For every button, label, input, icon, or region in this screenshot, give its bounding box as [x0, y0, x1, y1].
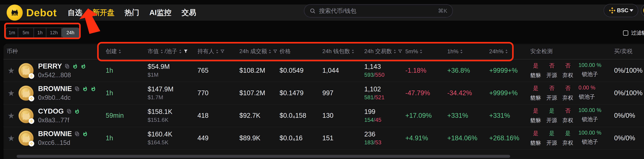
search-input[interactable]	[319, 7, 435, 14]
timeframe-24h[interactable]: 24h	[62, 28, 79, 38]
sort-icon[interactable]	[179, 49, 182, 54]
col-header-created[interactable]: 创建	[106, 48, 148, 55]
token-name[interactable]: CYDOG	[38, 107, 64, 115]
filter-funnel-icon[interactable]	[398, 49, 402, 54]
token-name[interactable]: BROWNIE	[38, 130, 72, 138]
brand[interactable]: Debot	[7, 4, 57, 20]
col-header-1h[interactable]: 1h%	[447, 48, 489, 55]
filter-funnel-icon[interactable]	[220, 49, 225, 54]
nav-item-ai-monitor[interactable]: AI监控	[150, 8, 172, 18]
copy-icon[interactable]	[74, 86, 80, 92]
search-icon	[310, 8, 316, 14]
sort-icon[interactable]	[505, 49, 508, 54]
opensource-flag: 是	[549, 130, 554, 137]
honeypot-filter-checkbox[interactable]	[623, 30, 628, 36]
wallets-cell: 151	[322, 134, 364, 142]
sort-icon[interactable]	[394, 49, 396, 54]
token-name[interactable]: BROWNIE	[38, 85, 72, 92]
mcap-pool-cell: $54.9M$1M	[148, 63, 198, 78]
app-root: Debot 自选 新开盘 热门 AI监控 交易 ⌘K BSC 1m 5m 1h	[0, 0, 644, 159]
honeypot-filter: 过滤貔貅	[623, 29, 644, 36]
brand-name: Debot	[26, 7, 57, 19]
buys-count: 154	[364, 117, 374, 123]
token-avatar[interactable]	[18, 63, 34, 78]
txns-cell: 1,143593/550	[364, 63, 405, 78]
favorite-star-icon[interactable]: ★	[7, 66, 16, 75]
pct-5m-cell: -47.79%	[405, 89, 447, 97]
wallet-icon	[643, 6, 644, 15]
locked-lp-pct: 100.00 %	[578, 62, 601, 68]
col-header-mcap-pool[interactable]: 市值 /池子	[148, 48, 198, 55]
filter-funnel-icon-active[interactable]	[183, 49, 188, 54]
price-cell: $0.0₄16	[280, 134, 322, 142]
token-avatar[interactable]	[18, 108, 34, 123]
token-address[interactable]: 0x542...808	[38, 72, 86, 79]
table-row[interactable]: ★ CYDOG 0x8a3...77f 59min $15	[4, 104, 644, 127]
col-header-txns[interactable]: 24h 交易数	[364, 48, 405, 55]
price-cell: $0.1479	[280, 89, 322, 97]
token-avatar[interactable]	[18, 86, 34, 101]
pct-5m-cell: +17.09%	[405, 112, 447, 119]
created-cell: 1h	[106, 89, 148, 97]
bsc-badge-icon	[29, 73, 34, 79]
favorite-star-icon[interactable]: ★	[7, 111, 16, 120]
nav-item-trade[interactable]: 交易	[182, 8, 196, 18]
price-cell: $0.0549	[280, 67, 322, 74]
security-cell: 是貔貅 否开源 否弃权 0.00 %锁池子	[530, 84, 614, 102]
holders-cell: 765	[198, 67, 239, 74]
holders-cell: 770	[198, 89, 239, 97]
col-header-holders[interactable]: 持有人	[198, 48, 239, 55]
col-header-wallets[interactable]: 24h 钱包数	[322, 48, 364, 55]
sort-icon[interactable]	[118, 49, 121, 54]
pct-5m-cell: -1.18%	[405, 67, 447, 74]
chevron-down-icon	[629, 9, 634, 12]
created-cell: 59min	[106, 112, 148, 119]
favorite-star-icon[interactable]: ★	[7, 134, 16, 143]
pct-1h-cell: +184.06%	[447, 134, 489, 142]
col-header-volume[interactable]: 24h 成交额	[239, 48, 280, 55]
copy-icon[interactable]	[64, 64, 70, 69]
copy-icon[interactable]	[74, 131, 80, 136]
table-row[interactable]: ★ BROWNIE 0xcc6...15d 1h $160	[4, 127, 644, 150]
timeframe-1m[interactable]: 1m	[6, 28, 18, 38]
sort-icon[interactable]	[160, 49, 163, 54]
nav-item-trending[interactable]: 热门	[124, 8, 139, 18]
col-header-coin[interactable]: 币种	[4, 48, 106, 55]
flame-icon	[74, 108, 80, 114]
sort-icon[interactable]	[420, 49, 422, 54]
token-address[interactable]: 0xcc6...15d	[38, 139, 88, 146]
token-avatar[interactable]	[18, 131, 34, 146]
favorite-star-icon[interactable]: ★	[7, 88, 16, 98]
nav-item-new-pairs[interactable]: 新开盘	[92, 8, 114, 18]
flame-icon	[72, 64, 78, 69]
nav-item-watchlist[interactable]: 自选	[68, 8, 82, 18]
token-address[interactable]: 0x9b0...4dc	[38, 94, 96, 101]
col-header-24h[interactable]: 24h%	[489, 48, 530, 55]
horizontal-scrollbar[interactable]	[16, 155, 510, 158]
tax-cell: 0%/0%	[614, 134, 644, 142]
buys-count: 183	[364, 139, 374, 146]
table-header-row: 币种 创建 市值 /池子 持有人 24h 成交额 价格 24h 钱包数 24h …	[4, 44, 644, 60]
buys-count: 593	[364, 72, 374, 78]
sort-icon[interactable]	[216, 49, 218, 54]
timeframe-1h[interactable]: 1h	[34, 28, 46, 38]
copy-icon[interactable]	[66, 109, 72, 114]
token-address[interactable]: 0x8a3...77f	[38, 116, 80, 124]
chain-selector[interactable]: BSC	[604, 4, 638, 17]
timeframe-5m[interactable]: 5m	[18, 28, 34, 38]
table-row[interactable]: ★ PERRY 0x542...808 1h	[4, 60, 644, 82]
renounced-flag: 否	[565, 107, 570, 114]
filter-funnel-icon[interactable]	[273, 49, 278, 54]
search-bar[interactable]: ⌘K	[304, 4, 453, 18]
bsc-badge-icon	[29, 118, 34, 124]
token-name[interactable]: PERRY	[38, 62, 62, 70]
volume-cell: $107.2M	[239, 89, 280, 97]
sort-icon[interactable]	[460, 49, 463, 54]
col-header-5m[interactable]: 5m%	[405, 48, 447, 55]
sort-icon[interactable]	[352, 49, 354, 54]
table-row[interactable]: ★ BROWNIE 0x9b0...4dc	[4, 82, 644, 104]
timeframe-12h[interactable]: 12h	[46, 28, 62, 38]
pct-24h-cell: +268.16%	[489, 134, 530, 142]
sort-icon[interactable]	[268, 49, 271, 54]
col-header-price[interactable]: 价格	[280, 48, 322, 55]
